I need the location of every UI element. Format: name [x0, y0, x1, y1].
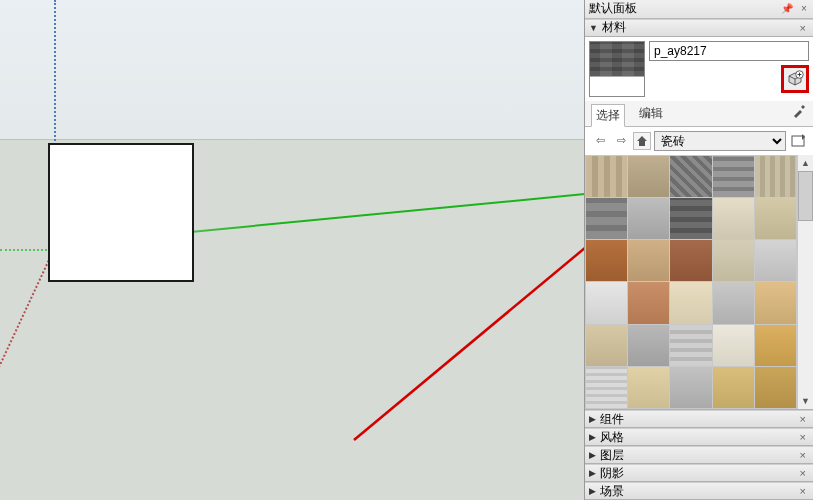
- disclosure-closed-icon: ▶: [589, 432, 596, 442]
- material-swatch[interactable]: [628, 282, 669, 323]
- disclosure-closed-icon: ▶: [589, 468, 596, 478]
- material-swatch[interactable]: [755, 325, 796, 366]
- material-swatch[interactable]: [670, 198, 711, 239]
- section-label: 场景: [600, 483, 624, 500]
- material-swatch[interactable]: [586, 367, 627, 408]
- section-close-icon[interactable]: ×: [797, 413, 809, 425]
- library-select[interactable]: 瓷砖: [654, 131, 786, 151]
- section-close-icon[interactable]: ×: [797, 431, 809, 443]
- section-label: 风格: [600, 429, 624, 446]
- disclosure-open-icon: ▼: [589, 23, 598, 33]
- material-swatch[interactable]: [713, 240, 754, 281]
- nav-home-icon[interactable]: [633, 132, 651, 150]
- material-swatch[interactable]: [670, 240, 711, 281]
- panel-pin-icon[interactable]: 📌: [780, 2, 794, 16]
- tab-select[interactable]: 选择: [591, 104, 625, 127]
- material-swatch[interactable]: [755, 156, 796, 197]
- material-name-input[interactable]: [649, 41, 809, 61]
- panel-titlebar[interactable]: 默认面板 📌 ×: [585, 0, 813, 19]
- material-swatch[interactable]: [713, 367, 754, 408]
- model-face[interactable]: [48, 143, 194, 282]
- material-swatch[interactable]: [670, 325, 711, 366]
- axis-green-neg: [0, 249, 55, 251]
- section-close-icon[interactable]: ×: [797, 485, 809, 497]
- horizon-line: [0, 139, 584, 140]
- material-swatch[interactable]: [628, 240, 669, 281]
- section-header-scenes[interactable]: ▶ 场景 ×: [585, 482, 813, 500]
- material-swatch[interactable]: [670, 367, 711, 408]
- tab-edit[interactable]: 编辑: [635, 103, 667, 126]
- section-close-icon[interactable]: ×: [797, 22, 809, 34]
- default-tray-panel: 默认面板 📌 × ▼ 材料 ×: [584, 0, 813, 500]
- scroll-thumb[interactable]: [798, 171, 813, 221]
- disclosure-closed-icon: ▶: [589, 450, 596, 460]
- eyedropper-icon[interactable]: [791, 103, 807, 122]
- create-material-icon: [786, 70, 804, 88]
- section-header-materials[interactable]: ▼ 材料 ×: [585, 19, 813, 37]
- section-header-components[interactable]: ▶ 组件 ×: [585, 410, 813, 428]
- section-label: 材料: [602, 19, 626, 36]
- section-close-icon[interactable]: ×: [797, 467, 809, 479]
- material-swatch[interactable]: [628, 198, 669, 239]
- section-header-shadows[interactable]: ▶ 阴影 ×: [585, 464, 813, 482]
- material-swatch[interactable]: [670, 282, 711, 323]
- material-swatch[interactable]: [755, 367, 796, 408]
- disclosure-closed-icon: ▶: [589, 486, 596, 496]
- section-header-layers[interactable]: ▶ 图层 ×: [585, 446, 813, 464]
- material-swatch[interactable]: [628, 156, 669, 197]
- create-material-button[interactable]: [781, 65, 809, 93]
- panel-title-text: 默认面板: [589, 0, 637, 17]
- material-swatch[interactable]: [586, 156, 627, 197]
- material-swatch[interactable]: [628, 325, 669, 366]
- section-close-icon[interactable]: ×: [797, 449, 809, 461]
- material-swatch[interactable]: [713, 156, 754, 197]
- collapsed-sections: ▶ 组件 × ▶ 风格 × ▶ 图层 × ▶ 阴影 × ▶ 场景 ×: [585, 410, 813, 500]
- nav-back-icon[interactable]: ⇦: [591, 132, 609, 150]
- disclosure-closed-icon: ▶: [589, 414, 596, 424]
- section-header-styles[interactable]: ▶ 风格 ×: [585, 428, 813, 446]
- materials-tabs: 选择 编辑: [585, 101, 813, 127]
- material-swatch[interactable]: [628, 367, 669, 408]
- scroll-down-icon[interactable]: ▼: [798, 393, 813, 409]
- nav-forward-icon[interactable]: ⇨: [612, 132, 630, 150]
- material-swatch-grid: [585, 155, 797, 409]
- material-preview[interactable]: [589, 41, 645, 97]
- section-label: 组件: [600, 411, 624, 428]
- material-swatch[interactable]: [586, 240, 627, 281]
- modeling-viewport[interactable]: [0, 0, 584, 500]
- material-swatch[interactable]: [586, 198, 627, 239]
- material-swatch[interactable]: [755, 282, 796, 323]
- material-swatch[interactable]: [586, 282, 627, 323]
- sky-region: [0, 0, 584, 139]
- panel-close-icon[interactable]: ×: [797, 2, 811, 16]
- material-swatch[interactable]: [713, 198, 754, 239]
- section-label: 图层: [600, 447, 624, 464]
- material-preview-texture: [590, 42, 644, 76]
- material-swatch[interactable]: [713, 325, 754, 366]
- material-swatch[interactable]: [755, 240, 796, 281]
- material-swatch[interactable]: [755, 198, 796, 239]
- section-label: 阴影: [600, 465, 624, 482]
- material-swatch[interactable]: [586, 325, 627, 366]
- material-preview-default: [590, 76, 644, 96]
- material-swatch[interactable]: [713, 282, 754, 323]
- scroll-up-icon[interactable]: ▲: [798, 155, 813, 171]
- library-toolbar: ⇦ ⇨ 瓷砖: [585, 127, 813, 155]
- library-details-icon[interactable]: [789, 132, 807, 150]
- materials-body: 选择 编辑 ⇦ ⇨ 瓷砖 ▲ ▼: [585, 37, 813, 410]
- swatch-scrollbar[interactable]: ▲ ▼: [797, 155, 813, 409]
- material-swatch[interactable]: [670, 156, 711, 197]
